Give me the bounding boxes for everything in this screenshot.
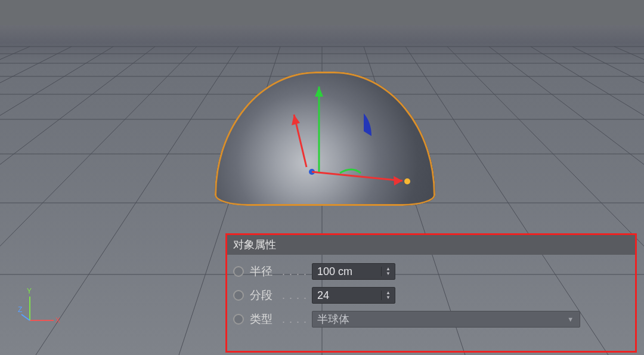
spin-down-icon: ▼ [386, 295, 391, 300]
property-row-radius: 半径 . . . . 100 cm ▲▼ [233, 260, 629, 283]
radius-label: 半径 [250, 264, 280, 279]
property-row-segments: 分段 . . . . 24 ▲▼ [233, 283, 629, 307]
svg-line-16 [0, 47, 30, 355]
segments-value[interactable]: 24 [312, 289, 381, 302]
property-row-type: 类型 . . . . 半球体 ▼ [233, 307, 629, 331]
svg-line-15 [0, 47, 72, 355]
object-properties-panel: 对象属性 半径 . . . . 100 cm ▲▼ 分段 . . . . 24 … [225, 233, 637, 353]
svg-line-14 [0, 47, 113, 355]
segments-label: 分段 [250, 288, 280, 303]
svg-line-13 [0, 47, 155, 355]
chevron-down-icon: ▼ [567, 316, 580, 323]
type-label: 类型 [250, 311, 280, 327]
dots-icon: . . . . [282, 289, 307, 302]
viewport-3d[interactable]: X Y Z 对象属性 半径 . . . . 100 cm ▲▼ 分段 . . .… [0, 0, 644, 355]
panel-body: 半径 . . . . 100 cm ▲▼ 分段 . . . . 24 ▲▼ 类型 [227, 255, 635, 334]
segments-input[interactable]: 24 ▲▼ [312, 287, 395, 304]
svg-line-12 [0, 47, 197, 355]
radius-input[interactable]: 100 cm ▲▼ [312, 263, 395, 280]
spin-down-icon: ▼ [386, 271, 391, 276]
svg-line-11 [36, 47, 239, 355]
type-value: 半球体 [312, 312, 354, 326]
panel-title: 对象属性 [227, 235, 635, 255]
radius-value[interactable]: 100 cm [312, 266, 381, 278]
dots-icon: . . . . [282, 313, 307, 326]
type-dropdown[interactable]: 半球体 ▼ [312, 311, 580, 328]
keyframe-toggle-icon[interactable] [233, 290, 244, 301]
dots-icon: . . . . [282, 266, 307, 278]
segments-spinner[interactable]: ▲▼ [381, 291, 395, 300]
keyframe-toggle-icon[interactable] [233, 266, 244, 277]
radius-spinner[interactable]: ▲▼ [381, 267, 395, 276]
keyframe-toggle-icon[interactable] [233, 314, 244, 325]
